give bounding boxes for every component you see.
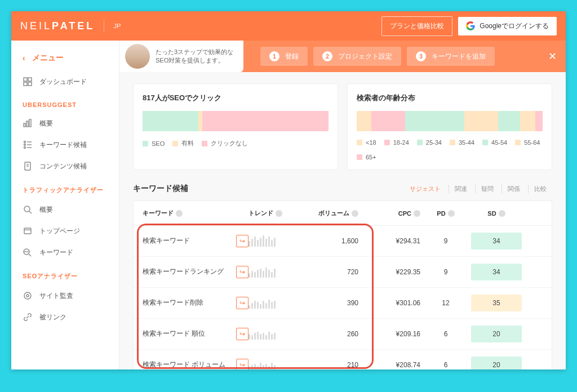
- sidebar-item-site-audit[interactable]: サイト監査: [11, 285, 119, 306]
- volume-cell: 210: [302, 361, 358, 369]
- table-row[interactable]: 検索キーワード↪1,600¥294.31934: [134, 226, 552, 257]
- swatch-icon: [143, 141, 148, 146]
- sidebar-item-top-pages[interactable]: トップページ: [11, 220, 119, 242]
- google-login-label: Googleでログインする: [480, 21, 549, 31]
- trend-sparkline: [248, 359, 302, 369]
- legend-item: 65+: [357, 154, 376, 161]
- th-keyword[interactable]: キーワード: [143, 209, 248, 217]
- legend-item: 有料: [172, 139, 194, 148]
- tab-比較[interactable]: 比較: [528, 185, 552, 193]
- help-icon[interactable]: [352, 210, 358, 217]
- th-pd[interactable]: PD: [420, 209, 471, 217]
- sd-cell: 35: [471, 295, 522, 311]
- audit-icon: [23, 291, 33, 301]
- bar-segment: [371, 111, 405, 131]
- sidebar-item-label: 概要: [39, 205, 53, 215]
- cpc-cell: ¥294.31: [358, 237, 420, 245]
- legend-label: 45-54: [491, 139, 507, 146]
- section-ubersuggest: UBERSUGGEST: [11, 92, 119, 113]
- svg-point-24: [26, 295, 29, 297]
- svg-rect-1: [28, 78, 32, 81]
- help-icon[interactable]: [276, 210, 282, 217]
- swatch-icon: [450, 140, 455, 145]
- swatch-icon: [172, 141, 178, 146]
- table-row[interactable]: 検索キーワード ボリューム↪210¥208.74620: [134, 350, 552, 369]
- step-2[interactable]: 2プロジェクト設定: [313, 47, 401, 66]
- age-bar-chart: [357, 111, 543, 131]
- trend-sparkline: [248, 266, 302, 278]
- step-1[interactable]: 1登録: [260, 47, 308, 66]
- keyword-text: 検索キーワード ボリューム: [143, 360, 230, 369]
- age-card: 検索者の年齢分布 <1818-2425-3435-4445-5455-6465+: [347, 83, 552, 170]
- th-sd[interactable]: SD: [471, 209, 522, 217]
- th-label: PD: [437, 210, 445, 217]
- topbar: NEILPATEL JP プランと価格比較 Googleでログインする: [11, 11, 566, 41]
- sidebar-item-label: 被リンク: [39, 313, 66, 322]
- sidebar-item-keyword-ideas[interactable]: キーワード候補: [11, 134, 119, 155]
- legend-label: 有料: [181, 139, 194, 148]
- expand-icon[interactable]: ↪: [236, 328, 248, 340]
- step-label: キーワードを追加: [432, 52, 486, 61]
- sidebar-item-traffic-overview[interactable]: 概要: [11, 199, 119, 220]
- expand-icon[interactable]: ↪: [236, 235, 248, 247]
- expand-icon[interactable]: ↪: [236, 266, 248, 278]
- google-login-button[interactable]: Googleでログインする: [458, 17, 557, 35]
- th-trend[interactable]: トレンド: [248, 209, 302, 217]
- lang-selector[interactable]: JP: [113, 23, 121, 29]
- th-label: CPC: [398, 210, 411, 217]
- tab-関連[interactable]: 関連: [449, 185, 473, 193]
- legend-item: <18: [357, 139, 376, 146]
- key-icon: [23, 247, 33, 257]
- tab-関係[interactable]: 関係: [501, 185, 526, 193]
- step-3[interactable]: 3キーワードを追加: [407, 47, 495, 66]
- svg-rect-0: [24, 78, 27, 81]
- content: 817人がSEOでクリック SEO有料クリックなし 検索者の年齢分布 <1818…: [119, 72, 566, 369]
- sidebar-item-label: 概要: [39, 119, 53, 128]
- promo-text: たった3ステップで効果的な SEO対策を提供します。: [156, 48, 233, 65]
- expand-icon[interactable]: ↪: [236, 297, 248, 309]
- keyword-table: キーワード トレンド ボリューム CPC PD SD 検索キーワード↪1,600…: [133, 201, 552, 369]
- table-row[interactable]: 検索キーワード削除↪390¥301.061235: [134, 288, 552, 319]
- volume-cell: 260: [302, 330, 358, 338]
- plans-button[interactable]: プランと価格比較: [381, 16, 452, 36]
- bar-segment: [357, 111, 371, 131]
- expand-icon[interactable]: ↪: [236, 359, 248, 369]
- trend-sparkline: [248, 328, 302, 340]
- bar-segment: [464, 111, 498, 131]
- svg-rect-5: [26, 121, 28, 127]
- sidebar-item-keywords[interactable]: キーワード: [11, 242, 119, 263]
- sidebar-item-dashboard[interactable]: ダッシュボード: [11, 71, 119, 92]
- cpc-cell: ¥301.06: [358, 299, 420, 307]
- table-row[interactable]: 検索キーワード 順位↪260¥209.16620: [134, 319, 552, 350]
- sidebar-item-backlinks[interactable]: 被リンク: [11, 306, 119, 328]
- help-icon[interactable]: [499, 210, 505, 217]
- section-title: キーワード候補: [133, 184, 188, 194]
- help-icon[interactable]: [176, 210, 183, 217]
- th-cpc[interactable]: CPC: [358, 209, 420, 217]
- help-icon[interactable]: [448, 210, 455, 217]
- sd-cell: 34: [471, 264, 522, 280]
- table-row[interactable]: 検索キーワードランキング↪720¥229.35934: [134, 257, 552, 288]
- close-icon[interactable]: ✕: [548, 50, 557, 63]
- keyword-tabs: サジェスト関連疑問関係比較: [404, 185, 552, 193]
- svg-rect-2: [24, 82, 27, 86]
- cpc-cell: ¥209.16: [358, 330, 420, 338]
- legend-label: 35-44: [459, 139, 474, 146]
- menu-header[interactable]: ‹ メニュー: [11, 50, 119, 71]
- sidebar-item-content-ideas[interactable]: コンテンツ候補: [11, 155, 119, 177]
- bar-segment: [198, 111, 202, 131]
- sidebar-item-overview[interactable]: 概要: [11, 113, 119, 134]
- legend-item: SEO: [143, 139, 165, 148]
- tab-サジェスト[interactable]: サジェスト: [404, 185, 446, 193]
- clicks-card: 817人がSEOでクリック SEO有料クリックなし: [133, 83, 338, 170]
- tab-疑問[interactable]: 疑問: [475, 185, 499, 193]
- trend-sparkline: [248, 235, 302, 247]
- cpc-cell: ¥208.74: [358, 361, 420, 369]
- svg-point-16: [24, 206, 30, 212]
- help-icon[interactable]: [414, 210, 420, 217]
- keyword-section-header: キーワード候補 サジェスト関連疑問関係比較: [133, 184, 552, 194]
- legend-label: <18: [366, 139, 376, 146]
- logo[interactable]: NEILPATEL: [20, 20, 95, 32]
- th-volume[interactable]: ボリューム: [302, 209, 358, 217]
- keyword-text: 検索キーワード削除: [143, 299, 230, 308]
